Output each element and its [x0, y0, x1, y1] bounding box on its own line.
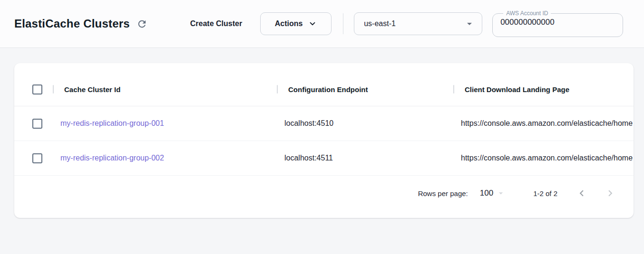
table-header-row: Cache Cluster Id Configuration Endpoint … — [14, 73, 634, 106]
row-checkbox[interactable] — [32, 119, 42, 129]
column-header-label: Cache Cluster Id — [64, 85, 120, 94]
cell-endpoint: localhost:4511 — [278, 154, 454, 162]
header-checkbox-cell — [14, 73, 54, 106]
rows-per-page-value: 100 — [480, 188, 493, 198]
page-header: ElastiCache Clusters Create Cluster Acti… — [0, 0, 644, 48]
create-cluster-button[interactable]: Create Cluster — [188, 16, 244, 32]
page-title: ElastiCache Clusters — [14, 17, 130, 30]
aws-account-id-label: AWS Account ID — [503, 10, 551, 16]
refresh-button[interactable] — [135, 17, 149, 31]
region-select[interactable]: us-east-1 — [354, 12, 482, 35]
cluster-link[interactable]: my-redis-replication-group-002 — [60, 154, 164, 162]
row-checkbox-cell — [14, 106, 54, 141]
cell-cluster-id: my-redis-replication-group-002 — [54, 154, 278, 162]
column-header-label: Configuration Endpoint — [288, 85, 368, 94]
table-row: my-redis-replication-group-002 localhost… — [14, 141, 634, 176]
chevron-left-icon — [576, 187, 588, 199]
region-select-value: us-east-1 — [364, 19, 464, 28]
cluster-link[interactable]: my-redis-replication-group-001 — [60, 119, 164, 127]
next-page-button[interactable] — [604, 187, 616, 199]
chevron-right-icon — [604, 187, 616, 199]
cell-endpoint: localhost:4510 — [278, 119, 454, 128]
column-header-landing-page[interactable]: Client Download Landing Page — [454, 73, 634, 106]
column-header-endpoint[interactable]: Configuration Endpoint — [278, 73, 454, 106]
cell-cluster-id: my-redis-replication-group-001 — [54, 119, 278, 128]
previous-page-button[interactable] — [576, 187, 588, 199]
main-content: Cache Cluster Id Configuration Endpoint … — [0, 48, 644, 218]
refresh-icon — [137, 19, 147, 29]
title-wrap: ElastiCache Clusters — [14, 17, 149, 31]
pagination-range-label: 1-2 of 2 — [533, 189, 557, 198]
clusters-table-card: Cache Cluster Id Configuration Endpoint … — [14, 63, 634, 218]
table-row: my-redis-replication-group-001 localhost… — [14, 106, 634, 141]
dropdown-arrow-icon — [496, 188, 506, 198]
row-checkbox-cell — [14, 141, 54, 175]
actions-button[interactable]: Actions — [260, 12, 332, 35]
dropdown-arrow-icon — [464, 18, 475, 29]
column-header-cluster-id[interactable]: Cache Cluster Id — [54, 73, 278, 106]
aws-account-id-input[interactable] — [500, 18, 615, 27]
rows-per-page-label: Rows per page: — [418, 189, 468, 198]
actions-button-label: Actions — [275, 19, 303, 28]
row-checkbox[interactable] — [32, 153, 42, 163]
header-divider — [343, 13, 343, 34]
select-all-checkbox[interactable] — [32, 85, 42, 94]
cell-landing-page: https://console.aws.amazon.com/elasticac… — [454, 154, 634, 162]
cell-landing-page: https://console.aws.amazon.com/elasticac… — [454, 119, 634, 128]
rows-per-page-select[interactable]: 100 — [480, 188, 506, 198]
chevron-down-icon — [308, 19, 317, 28]
column-header-label: Client Download Landing Page — [465, 85, 569, 94]
aws-account-id-field: AWS Account ID — [492, 10, 623, 37]
table-footer: Rows per page: 100 1-2 of 2 — [14, 176, 634, 218]
